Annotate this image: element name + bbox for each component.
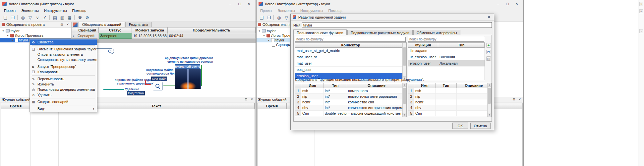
float-panel-icon[interactable]: ⊡ bbox=[244, 97, 248, 102]
menu-help[interactable]: Помощь bbox=[326, 8, 345, 13]
col-type[interactable]: Тип bbox=[436, 83, 457, 88]
run-check-icon[interactable]: ◎ bbox=[19, 14, 26, 21]
menu-project[interactable]: Проект bbox=[1, 8, 19, 13]
add-function-icon[interactable]: + bbox=[486, 43, 491, 48]
connector-filter-input[interactable] bbox=[295, 37, 406, 42]
strip-close-icon[interactable]: ✕ bbox=[639, 2, 643, 6]
strip-pin-icon[interactable]: ▫ bbox=[639, 29, 643, 33]
col-type[interactable]: Тип bbox=[324, 83, 347, 88]
arg-row[interactable]: 4 nhv int* количество исторических перем… bbox=[295, 105, 406, 111]
expand-arrow-icon[interactable]: ▾ bbox=[267, 39, 270, 42]
menu-item-run-preprocessor[interactable]: ▶ Запуск 'Препроцессор' bbox=[30, 64, 97, 69]
expand-arrow-icon[interactable]: ▾ bbox=[6, 34, 9, 37]
menu-elements[interactable]: Элементы bbox=[275, 8, 298, 13]
arg-row[interactable]: 2 nip bbox=[408, 94, 491, 99]
ok-button[interactable]: OK bbox=[452, 123, 468, 129]
expand-arrow-icon[interactable]: ▸ bbox=[11, 39, 14, 42]
connector-row[interactable]: mat_user_st bbox=[295, 54, 406, 60]
scrollbar[interactable]: ▲ ▼ bbox=[402, 83, 406, 117]
float-panel-icon[interactable]: ⊡ bbox=[59, 23, 64, 27]
close-button[interactable]: ✕ bbox=[244, 1, 254, 7]
gear-icon[interactable]: ⚙ bbox=[84, 14, 90, 21]
scroll-down-icon[interactable]: ▼ bbox=[488, 113, 491, 117]
tab-task-explorer[interactable]: Обозреватель заданий bbox=[79, 22, 125, 27]
scrollbar[interactable]: ▲ ▼ bbox=[487, 83, 491, 117]
menu-item-properties[interactable]: ⚙ Свойства bbox=[30, 39, 97, 45]
scrollbar[interactable]: ▼ bbox=[402, 43, 406, 80]
paste-function-icon[interactable]: ▤ bbox=[486, 56, 491, 61]
delta-icon[interactable]: ▽ bbox=[27, 14, 33, 21]
local-calc-node-preview[interactable] bbox=[175, 69, 201, 89]
function-row-current[interactable]: erosion_user Локальная bbox=[408, 60, 485, 67]
dialog-close-icon[interactable]: ✕ bbox=[486, 15, 492, 20]
col-scenario[interactable]: Сценарий bbox=[76, 28, 99, 33]
scrollbar-thumb[interactable] bbox=[488, 88, 491, 104]
new-document-icon[interactable]: ❏ bbox=[2, 14, 8, 21]
col-desc[interactable]: Описание bbox=[457, 83, 491, 88]
titlebar[interactable]: Логос Платформа (Интегратор) - taylor – … bbox=[257, 0, 523, 7]
float-panel-icon[interactable]: ⊡ bbox=[511, 97, 516, 102]
menu-item-delete[interactable]: ✕ Удалить bbox=[30, 92, 97, 97]
close-panel-icon[interactable]: ✕ bbox=[250, 97, 254, 102]
col-name[interactable]: Имя bbox=[414, 83, 436, 88]
menu-item-rename[interactable]: ✎ Переименовать bbox=[30, 76, 97, 82]
expand-arrow-icon[interactable]: ▾ bbox=[263, 34, 265, 37]
col-type[interactable]: Тип bbox=[438, 43, 485, 48]
function-row[interactable]: uf_erosion_user Внешняя bbox=[408, 54, 485, 60]
col-launch[interactable]: Момент запуска bbox=[132, 28, 168, 33]
scroll-up-icon[interactable]: ▲ bbox=[403, 83, 406, 87]
menu-project[interactable]: Проект bbox=[258, 8, 275, 13]
arg-row[interactable]: 3 ncmr int* количество cmr bbox=[295, 99, 406, 105]
menu-tools[interactable]: Инструменты bbox=[298, 8, 326, 13]
sc бroll-down-icon[interactable]: ▼ bbox=[403, 113, 406, 117]
delta-icon[interactable]: ▽ bbox=[283, 14, 289, 21]
function-filter-input[interactable] bbox=[408, 37, 484, 42]
new-document-icon[interactable]: ❏ bbox=[258, 14, 264, 21]
run-check-icon[interactable]: ◎ bbox=[275, 14, 282, 21]
menu-elements[interactable]: Элементы bbox=[19, 8, 41, 13]
scrollbar-thumb[interactable] bbox=[403, 47, 406, 66]
log-col-time[interactable]: Время bbox=[258, 103, 287, 109]
task-name-input[interactable] bbox=[302, 22, 492, 28]
connector-row[interactable]: mat_user bbox=[295, 60, 406, 67]
expand-arrow-icon[interactable]: ▾ bbox=[2, 29, 5, 32]
menu-item-element-info[interactable]: ❏ Элемент: Одиночная задача 'taylor' [2] bbox=[30, 46, 97, 52]
svd-file-node[interactable]: SVD-файл bbox=[151, 77, 167, 81]
col-name[interactable]: Имя bbox=[301, 83, 324, 88]
menu-item-open-catalog[interactable]: Открыть каталог элемента bbox=[30, 52, 97, 57]
function-row[interactable]: Не задано bbox=[408, 48, 485, 54]
col-desc[interactable]: Описание bbox=[347, 83, 406, 88]
menu-tools[interactable]: Инструменты bbox=[41, 8, 70, 13]
dialog-titlebar[interactable]: Редактор одиночной задачи ✕ bbox=[291, 14, 494, 21]
connector-row[interactable]: mat_user_st_get_d_matrix bbox=[295, 48, 406, 54]
close-panel-icon[interactable]: ✕ bbox=[517, 97, 522, 102]
arg-row[interactable]: 3 ncmr bbox=[408, 99, 491, 105]
menu-item-search-children[interactable]: ◎ Поиск новых дочерних элементов bbox=[30, 87, 97, 92]
v-mark-icon[interactable]: ∨ bbox=[34, 14, 40, 21]
menu-item-edit[interactable]: ✎ Изменить bbox=[30, 82, 97, 87]
col-function[interactable]: Функция bbox=[408, 43, 438, 48]
col-connector[interactable]: Коннектор bbox=[295, 43, 406, 48]
tree-item-logos[interactable]: ▾ Логос Прочность bbox=[0, 33, 71, 38]
hatch-icon[interactable]: ∕∕∕ bbox=[41, 14, 48, 21]
local-calc-node-header[interactable]: Локальный расчет bbox=[175, 64, 200, 69]
expand-arrow-icon[interactable]: ▾ bbox=[258, 29, 261, 32]
col-duration[interactable]: Продолжительность bbox=[168, 28, 256, 33]
arg-row[interactable]: 5 Cmr double_vector... – массив содержащ… bbox=[295, 111, 406, 116]
titlebar[interactable]: Логос Платформа (Интегратор) - taylor – … bbox=[0, 0, 256, 7]
menu-item-clone[interactable]: ❐ Клонировать bbox=[30, 69, 97, 75]
menu-item-copy-path[interactable]: Скопировать путь к каталогу элемента bbox=[30, 57, 97, 62]
scroll-up-icon[interactable]: ▲ bbox=[488, 83, 491, 87]
card-reader-icon-1[interactable]: ▤ bbox=[51, 14, 58, 21]
copy-function-icon[interactable]: ⧉ bbox=[486, 50, 491, 54]
tools-icon[interactable]: ⚒ bbox=[76, 14, 83, 21]
col-status[interactable]: Статус bbox=[99, 28, 132, 33]
task-row[interactable]: ▸ Сценарий Завершен 19.12.2025 15:33:33 … bbox=[72, 33, 256, 39]
log-col-time[interactable]: Время bbox=[1, 103, 30, 109]
menu-item-view[interactable]: Вид: ▸ bbox=[30, 106, 97, 111]
close-button[interactable]: ✕ bbox=[512, 1, 521, 7]
scrollbar-thumb[interactable] bbox=[403, 88, 406, 104]
card-reader-icon-2[interactable]: ▥ bbox=[59, 14, 65, 21]
arg-row[interactable]: 5 Cmr bbox=[408, 111, 491, 116]
minimize-button[interactable]: – bbox=[226, 1, 235, 7]
